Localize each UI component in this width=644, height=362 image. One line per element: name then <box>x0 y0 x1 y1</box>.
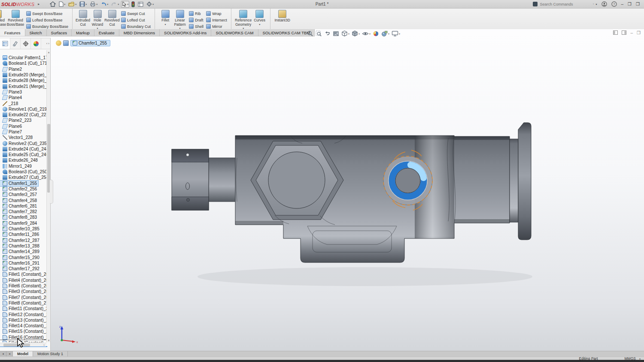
lofted-cut-button[interactable]: Lofted Cut <box>121 17 151 23</box>
tree-item[interactable]: Extrude26_248 <box>0 157 39 163</box>
tree-item[interactable]: Chamfer16_291 <box>0 260 41 266</box>
study-tabs-nav-left2[interactable]: ◂ <box>6 351 13 356</box>
section-view-button[interactable] <box>332 30 340 37</box>
open-button[interactable]: ▾ <box>67 1 77 8</box>
view-settings-button[interactable]: ▾ <box>391 30 401 37</box>
command-tab[interactable]: Markup <box>72 29 94 36</box>
linear-pattern-button[interactable]: Linear Pattern ▾ <box>173 9 187 29</box>
boundary-cut-button[interactable]: Boundary Cut <box>121 24 151 29</box>
tree-item[interactable]: Plane3 <box>0 89 23 95</box>
tree-item[interactable]: Chamfer4_258 <box>0 197 38 203</box>
hide-show-items-button[interactable]: ▾ <box>361 30 371 37</box>
tree-item[interactable]: Fillet17 (Constant)_280_0 <box>0 340 46 342</box>
tree-item[interactable]: Chamfer12_287 <box>0 238 41 243</box>
view-orientation-button[interactable]: ▾ <box>341 30 350 37</box>
tree-item[interactable]: Fillet14 (Constant)_276_0 <box>0 323 46 329</box>
caret-down-icon[interactable]: ▾ <box>369 32 371 35</box>
search-scope-caret-icon[interactable]: ▾ <box>595 3 597 6</box>
print-button[interactable]: ▾ <box>89 1 98 8</box>
apply-scene-button[interactable]: ▾ <box>381 30 390 37</box>
undo-button[interactable]: ▾ <box>100 1 109 8</box>
zoom-area-button[interactable] <box>315 30 322 37</box>
search-input[interactable] <box>539 2 591 7</box>
scroll-up-icon[interactable]: ▴ <box>47 50 51 54</box>
caret-down-icon[interactable]: ▾ <box>348 32 349 35</box>
reference-geometry-button[interactable]: Reference Geometry ▾ <box>234 9 252 29</box>
tree-horizontal-scrollbar[interactable]: › <box>0 343 46 347</box>
caret-down-icon[interactable]: ▾ <box>259 23 260 26</box>
manager-scroll-right-icon[interactable]: › <box>48 42 49 45</box>
caret-down-icon[interactable]: ▾ <box>118 3 119 6</box>
home-button[interactable] <box>49 1 57 8</box>
displaymanager-tab[interactable] <box>31 38 41 49</box>
command-tab[interactable]: SOLIDWORKS Add-Ins <box>160 29 211 36</box>
hole-wizard-button[interactable]: Hole Wizard ▾ <box>90 9 105 29</box>
curves-button[interactable]: Curves ▾ <box>252 9 267 26</box>
tree-item[interactable]: Fillet11 (Constant)_273_0 <box>0 306 46 311</box>
scroll-right-icon[interactable]: › <box>43 343 45 347</box>
boundary-boss-base-button[interactable]: Boundary Boss/Base <box>26 24 68 29</box>
tree-item[interactable]: Fillet6 (Constant)_268_0 <box>0 283 46 289</box>
pane2-icon[interactable] <box>622 30 626 35</box>
doc-restore-button[interactable]: ❐ <box>637 30 641 35</box>
caret-down-icon[interactable]: ▾ <box>127 3 128 6</box>
tree-item[interactable]: Extrude28 (Merge)_262 <box>0 78 46 83</box>
display-style-button[interactable]: ▾ <box>351 30 360 37</box>
manager-scroll-left-icon[interactable]: ‹ <box>46 42 48 45</box>
instant3d-button[interactable]: Instant3D <box>273 9 292 23</box>
edit-appearance-button[interactable] <box>372 30 380 37</box>
tree-item[interactable]: _218 <box>0 100 19 106</box>
caret-down-icon[interactable]: ▾ <box>75 3 76 6</box>
tree-item[interactable]: Chamfer9_284 <box>0 220 38 226</box>
tree-item[interactable]: Revolve1 (Cut)_219 <box>0 106 46 112</box>
swept-boss-base-button[interactable]: Swept Boss/Base <box>26 11 68 16</box>
tree-item[interactable]: Chamfer10_285 <box>0 226 41 232</box>
panel-splitter-handle[interactable] <box>50 180 53 204</box>
tree-item[interactable]: Fillet13 (Constant)_275_0 <box>0 317 46 323</box>
minimize-button[interactable]: – <box>621 2 624 6</box>
hscroll-thumb[interactable] <box>3 344 30 347</box>
tree-item[interactable]: Plane2 <box>0 66 23 72</box>
tree-item[interactable]: Chamfer1_255 <box>0 181 38 186</box>
configurationmanager-tab[interactable] <box>21 38 31 49</box>
caret-down-icon[interactable]: ▾ <box>165 23 166 26</box>
tree-item[interactable]: Chamfer2_256 <box>0 186 38 192</box>
graphics-viewport[interactable]: Features Sketch Surfaces Markup Evaluate <box>0 29 644 351</box>
restore-button[interactable]: ❐ <box>636 2 640 6</box>
intersect-button[interactable]: Intersect <box>206 17 227 23</box>
lofted-boss-base-button[interactable]: Lofted Boss/Base <box>26 17 68 23</box>
redo-button[interactable]: ▾ <box>110 1 120 8</box>
tree-item[interactable]: Circular Pattern1_170 <box>0 55 46 60</box>
tree-item[interactable]: Mirror1_249 <box>0 163 33 169</box>
end-flange[interactable] <box>518 123 531 240</box>
menu-expand-icon[interactable]: ▸ <box>38 2 39 6</box>
swept-cut-button[interactable]: Swept Cut <box>121 11 151 16</box>
caret-down-icon[interactable]: ▾ <box>107 3 108 6</box>
command-tab[interactable]: SOLIDWORKS CAM <box>211 29 258 36</box>
featuremanager-tab[interactable] <box>0 38 10 49</box>
rebuild-button[interactable] <box>131 1 136 8</box>
tree-item[interactable]: Plane2_223 <box>0 118 33 123</box>
scroll-down-icon[interactable]: ▾ <box>47 338 51 342</box>
tree-item[interactable]: Chamfer3_257 <box>0 192 38 197</box>
tree-item[interactable]: Plane4 <box>0 95 23 100</box>
tree-item[interactable]: Chamfer17_292 <box>0 266 41 272</box>
tree-item[interactable]: Plane6 <box>0 124 23 129</box>
command-tab[interactable]: Surfaces <box>47 29 72 36</box>
tree-item[interactable]: Revolve2 (Cut)_235 <box>0 140 46 146</box>
tree-item[interactable]: Boolean1 (Cut)_171 <box>0 60 46 66</box>
extruded-cut-button[interactable]: Extruded Cut <box>76 9 90 27</box>
caret-down-icon[interactable]: ▾ <box>64 3 65 6</box>
tree-item[interactable]: Fillet1 (Constant)_260_0 <box>0 272 46 277</box>
maximize-button[interactable]: ❒ <box>628 2 632 6</box>
help-icon[interactable]: ? <box>611 1 617 7</box>
tree-item[interactable]: Fillet3 (Constant)_264_0 <box>0 289 46 294</box>
pane-icon[interactable] <box>613 30 618 35</box>
mirror-button[interactable]: Mirror <box>206 24 227 29</box>
previous-view-button[interactable] <box>324 30 331 37</box>
caret-down-icon[interactable]: ▾ <box>399 32 400 35</box>
caret-down-icon[interactable]: ▾ <box>96 3 97 6</box>
tree-item[interactable]: Fillet8 (Constant)_270_0 <box>0 300 46 306</box>
fillet-button[interactable]: Fillet ▾ <box>158 9 173 26</box>
part-body[interactable] <box>172 123 532 286</box>
